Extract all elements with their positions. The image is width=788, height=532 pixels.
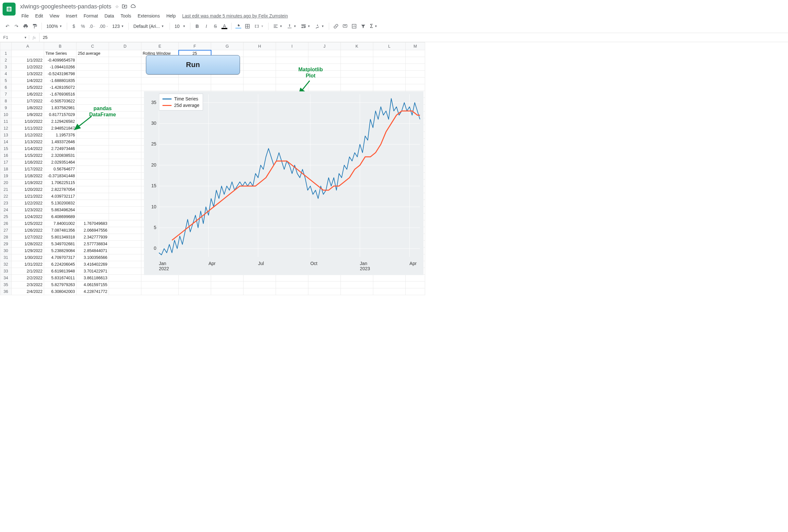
cell[interactable] bbox=[77, 180, 109, 186]
cell[interactable]: 1/20/2022 bbox=[12, 186, 44, 193]
row-header[interactable]: 4 bbox=[0, 70, 12, 78]
halign-icon[interactable]: ▼ bbox=[271, 22, 284, 31]
cell[interactable] bbox=[109, 159, 141, 166]
row-header[interactable]: 6 bbox=[0, 84, 12, 91]
cell[interactable]: -0.5243196798 bbox=[44, 70, 77, 78]
cell[interactable] bbox=[109, 84, 141, 91]
cell[interactable]: 2.066947556 bbox=[77, 227, 109, 234]
row-header[interactable]: 23 bbox=[0, 200, 12, 207]
cell[interactable] bbox=[373, 78, 406, 84]
cell[interactable]: 1.837582981 bbox=[44, 105, 77, 111]
cell[interactable]: 1/2/2022 bbox=[12, 64, 44, 70]
cell[interactable] bbox=[179, 78, 211, 84]
menu-edit[interactable]: Edit bbox=[33, 12, 46, 20]
cell[interactable] bbox=[109, 193, 141, 200]
cell[interactable] bbox=[373, 50, 406, 57]
cell[interactable] bbox=[211, 275, 243, 282]
cell[interactable] bbox=[77, 98, 109, 105]
cell[interactable]: 0.8177157029 bbox=[44, 111, 77, 118]
font-size-select[interactable]: 10▼ bbox=[173, 22, 188, 31]
row-header[interactable]: 26 bbox=[0, 220, 12, 227]
row-header[interactable]: 20 bbox=[0, 180, 12, 186]
row-header[interactable]: 17 bbox=[0, 159, 12, 166]
cell[interactable] bbox=[77, 125, 109, 132]
cell[interactable] bbox=[109, 132, 141, 139]
cell[interactable]: 2.822787054 bbox=[44, 186, 77, 193]
cell[interactable]: -0.505703622 bbox=[44, 98, 77, 105]
cell[interactable]: 5.801349318 bbox=[44, 234, 77, 241]
cell[interactable] bbox=[276, 288, 309, 295]
col-header[interactable]: F bbox=[179, 42, 211, 50]
menu-help[interactable]: Help bbox=[164, 12, 178, 20]
cell[interactable] bbox=[12, 50, 44, 57]
cell[interactable]: 1.493372646 bbox=[44, 139, 77, 145]
cell[interactable] bbox=[109, 50, 141, 57]
cell[interactable] bbox=[109, 241, 141, 247]
cell[interactable] bbox=[77, 159, 109, 166]
cell[interactable] bbox=[77, 207, 109, 213]
cell[interactable]: 1/17/2022 bbox=[12, 166, 44, 173]
cell[interactable]: 7.84001002 bbox=[44, 220, 77, 227]
cell[interactable] bbox=[109, 200, 141, 207]
cell[interactable] bbox=[179, 282, 211, 288]
col-header[interactable]: I bbox=[276, 42, 309, 50]
row-header[interactable]: 9 bbox=[0, 105, 12, 111]
cell[interactable] bbox=[109, 57, 141, 64]
table-row[interactable]: 61/5/2022-1.428105072 bbox=[0, 84, 425, 91]
cell[interactable]: -1.676936516 bbox=[44, 91, 77, 98]
cell[interactable]: 1/5/2022 bbox=[12, 84, 44, 91]
cell[interactable] bbox=[109, 64, 141, 70]
cell[interactable]: 1/22/2022 bbox=[12, 200, 44, 207]
cell[interactable] bbox=[109, 173, 141, 180]
formula-bar[interactable]: 25 bbox=[40, 35, 788, 40]
cell[interactable]: 1/9/2022 bbox=[12, 111, 44, 118]
cell[interactable] bbox=[406, 288, 425, 295]
cell[interactable] bbox=[211, 288, 243, 295]
cell[interactable] bbox=[141, 282, 179, 288]
doc-title[interactable]: xlwings-googlesheets-pandas-plots bbox=[19, 3, 113, 11]
cell[interactable] bbox=[243, 57, 276, 64]
cell[interactable]: 1/14/2022 bbox=[12, 145, 44, 152]
cell[interactable]: 1.1957376 bbox=[44, 132, 77, 139]
cell[interactable] bbox=[77, 64, 109, 70]
row-header[interactable]: 25 bbox=[0, 213, 12, 220]
cell[interactable] bbox=[309, 282, 341, 288]
col-header[interactable]: B bbox=[44, 42, 77, 50]
column-headers[interactable]: A B C D E F G H I J K L M bbox=[0, 42, 425, 50]
increase-decimal-icon[interactable]: .00→ bbox=[98, 22, 109, 31]
cell[interactable]: -1.688801835 bbox=[44, 78, 77, 84]
row-header[interactable]: 13 bbox=[0, 132, 12, 139]
select-all-corner[interactable] bbox=[0, 42, 12, 50]
cell[interactable]: 2/3/2022 bbox=[12, 282, 44, 288]
cell[interactable]: 1/16/2022 bbox=[12, 159, 44, 166]
menu-extensions[interactable]: Extensions bbox=[135, 12, 162, 20]
insert-link-icon[interactable] bbox=[332, 22, 340, 31]
cell[interactable] bbox=[77, 57, 109, 64]
cell[interactable]: Time Series bbox=[44, 50, 77, 57]
cell[interactable] bbox=[276, 275, 309, 282]
menu-tools[interactable]: Tools bbox=[118, 12, 134, 20]
cell[interactable] bbox=[77, 152, 109, 159]
sheets-app-icon[interactable] bbox=[3, 3, 16, 16]
menu-insert[interactable]: Insert bbox=[63, 12, 80, 20]
table-row[interactable]: 362/4/20226.3080420034.228741772 bbox=[0, 288, 425, 295]
cell[interactable] bbox=[341, 282, 373, 288]
text-color-icon[interactable]: A bbox=[220, 22, 229, 31]
cell[interactable]: 1/1/2022 bbox=[12, 57, 44, 64]
cell[interactable]: 1/3/2022 bbox=[12, 70, 44, 78]
cell[interactable] bbox=[341, 57, 373, 64]
cell[interactable] bbox=[309, 275, 341, 282]
font-select[interactable]: Default (Ari...▼ bbox=[131, 22, 167, 31]
cell[interactable] bbox=[243, 282, 276, 288]
cell[interactable] bbox=[276, 84, 309, 91]
cell[interactable] bbox=[109, 207, 141, 213]
more-formats-select[interactable]: 123▼ bbox=[110, 22, 126, 31]
cell[interactable]: 1/29/2022 bbox=[12, 247, 44, 254]
cell[interactable] bbox=[109, 118, 141, 125]
cell[interactable]: 5.863496264 bbox=[44, 207, 77, 213]
star-icon[interactable]: ☆ bbox=[115, 4, 119, 9]
row-header[interactable]: 29 bbox=[0, 241, 12, 247]
cell[interactable]: 1/24/2022 bbox=[12, 213, 44, 220]
cell[interactable] bbox=[243, 275, 276, 282]
menu-file[interactable]: File bbox=[19, 12, 32, 20]
